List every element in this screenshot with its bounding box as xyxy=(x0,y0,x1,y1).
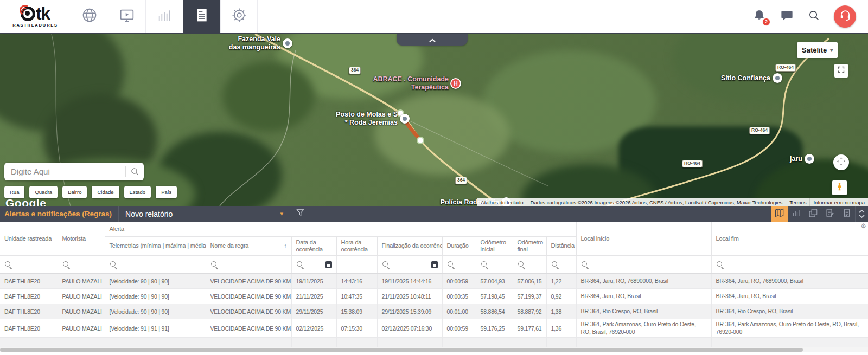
map-filter-button-país[interactable]: País xyxy=(156,186,177,198)
search-filter-icon[interactable] xyxy=(4,261,12,268)
column-header[interactable]: Nome da regra↑ xyxy=(206,237,291,256)
cell: VELOCIDADE ACIMA DE 90 KM/H xyxy=(206,319,291,338)
cell: BR-364, Rio Crespo, RO, Brasil xyxy=(711,304,868,319)
export-report-button[interactable] xyxy=(821,206,838,222)
place-marker-fazenda-vale-das-mangueiras[interactable] xyxy=(283,38,292,48)
brand-logo[interactable]: tk RASTREADORES xyxy=(0,0,71,33)
filter-button[interactable] xyxy=(290,206,310,222)
search-filter-icon[interactable] xyxy=(716,261,724,268)
map-search-submit[interactable] xyxy=(126,167,144,176)
column-header[interactable]: Hora da ocorrência xyxy=(336,237,377,256)
search-filter-icon[interactable] xyxy=(62,261,70,268)
search-filter-icon[interactable] xyxy=(210,261,218,268)
scroll-up-button[interactable] xyxy=(859,210,865,213)
nav-charts-button[interactable] xyxy=(145,0,183,33)
search-filter-icon[interactable] xyxy=(382,261,390,268)
filter-cell[interactable] xyxy=(576,256,711,274)
monitor-play-icon xyxy=(118,7,136,26)
calendar-icon[interactable] xyxy=(431,261,438,268)
map-search-input[interactable] xyxy=(4,167,125,176)
table-settings-icon[interactable]: ⚙ xyxy=(860,223,866,229)
filter-cell[interactable] xyxy=(476,256,513,274)
column-header[interactable]: Odômetro inicial xyxy=(476,237,513,256)
map-view-button[interactable] xyxy=(771,206,788,222)
filter-cell[interactable] xyxy=(377,256,442,274)
column-header[interactable]: Local fim xyxy=(711,222,868,256)
map-filter-button-quadra[interactable]: Quadra xyxy=(29,186,58,198)
nav-settings-button[interactable] xyxy=(220,0,258,33)
notification-count-badge: 2 xyxy=(762,18,770,26)
table-row[interactable]: DAF THL8E20PAULO MAZALI[Velocidade: 90 |… xyxy=(0,304,868,319)
filter-cell[interactable] xyxy=(105,256,206,274)
filter-cell[interactable] xyxy=(206,256,291,274)
nav-monitoring-button[interactable] xyxy=(108,0,145,33)
search-filter-icon[interactable] xyxy=(296,261,304,268)
filter-cell[interactable] xyxy=(58,256,105,274)
sort-asc-icon[interactable]: ↑ xyxy=(284,242,286,249)
street-view-pegman-button[interactable] xyxy=(832,180,847,195)
column-header[interactable]: Unidade rastreada xyxy=(0,222,58,256)
panel-collapse-tab[interactable] xyxy=(397,34,468,46)
cell: 14:43:16 xyxy=(336,274,377,289)
cell: 29/11/2025 xyxy=(291,304,336,319)
duplicate-view-button[interactable] xyxy=(805,206,821,222)
search-filter-icon[interactable] xyxy=(581,261,589,268)
document-export-icon xyxy=(825,208,835,220)
map-filter-button-bairro[interactable]: Bairro xyxy=(62,186,87,198)
scroll-down-button[interactable] xyxy=(859,215,865,218)
hospital-marker-abrace-comunidade-terapeutica[interactable]: H xyxy=(450,78,461,89)
cell: VELOCIDADE ACIMA DE 90 KM/H xyxy=(206,274,291,289)
map-filter-button-cidade[interactable]: Cidade xyxy=(92,186,119,198)
messages-button[interactable] xyxy=(780,8,794,25)
map-filter-button-rua[interactable]: Rua xyxy=(4,186,24,198)
scrollbar-thumb[interactable] xyxy=(0,348,803,352)
column-header[interactable]: Motorista xyxy=(58,222,105,256)
search-filter-icon[interactable] xyxy=(518,261,525,268)
table-row[interactable]: DAF THL8E20PAULO MAZALI[Velocidade: 90 |… xyxy=(0,274,868,289)
filter-cell[interactable] xyxy=(291,256,336,274)
report-map-error-link[interactable]: Informar erro no mapa xyxy=(809,198,868,206)
filter-cell[interactable] xyxy=(336,256,377,274)
search-filter-icon[interactable] xyxy=(481,261,488,268)
keyboard-shortcuts-link[interactable]: Atalhos do teclado xyxy=(477,198,526,206)
column-header[interactable]: Duração xyxy=(442,237,476,256)
calendar-icon[interactable] xyxy=(326,261,332,268)
place-marker-posto-de-molas-roda-jeremias[interactable] xyxy=(400,114,410,124)
column-header[interactable]: Distância xyxy=(546,237,576,256)
nav-map-button[interactable] xyxy=(71,0,108,33)
table-row[interactable]: DAF THL8E20PAULO MAZALI[Velocidade: 91 |… xyxy=(0,319,868,338)
horizontal-scrollbar[interactable] xyxy=(0,347,868,352)
terms-link[interactable]: Termos xyxy=(786,198,809,206)
cell: PAULO MAZALI xyxy=(58,319,105,338)
search-filter-icon[interactable] xyxy=(447,261,455,268)
filter-cell[interactable] xyxy=(546,256,576,274)
filter-cell[interactable] xyxy=(711,256,868,274)
column-header[interactable]: Finalização da ocorrência xyxy=(377,237,442,256)
column-header[interactable]: Data da ocorrência xyxy=(291,237,336,256)
filter-cell[interactable] xyxy=(513,256,546,274)
notifications-button[interactable]: 2 xyxy=(752,9,766,24)
search-filter-icon[interactable] xyxy=(110,261,117,268)
table-row[interactable]: DAF THL8E20PAULO MAZALI[Velocidade: 90 |… xyxy=(0,289,868,304)
pan-control-button[interactable] xyxy=(833,154,849,170)
search-button[interactable] xyxy=(808,9,820,24)
support-button[interactable] xyxy=(834,5,856,28)
search-filter-icon[interactable] xyxy=(551,261,559,268)
column-header[interactable]: Local início xyxy=(576,222,711,256)
filter-cell[interactable] xyxy=(442,256,476,274)
place-marker-sitio-confianca[interactable] xyxy=(773,73,782,83)
view-switcher xyxy=(771,206,868,222)
column-header[interactable]: Telemetrias (mínima | máxima | média) xyxy=(105,237,206,256)
map-filter-button-estado[interactable]: Estado xyxy=(124,186,151,198)
report-selector[interactable]: Novo relatório ▾ xyxy=(119,206,290,222)
fullscreen-button[interactable] xyxy=(834,64,848,78)
column-header[interactable]: Odômetro final xyxy=(513,237,546,256)
filter-cell[interactable] xyxy=(0,256,58,274)
copy-icon xyxy=(808,208,818,220)
map-type-button[interactable]: Satélite ▾ xyxy=(797,42,838,58)
list-view-button[interactable] xyxy=(838,206,855,222)
chart-view-button[interactable] xyxy=(788,206,805,222)
nav-reports-button[interactable] xyxy=(183,0,220,33)
place-marker-jaru[interactable] xyxy=(805,154,814,164)
map-canvas[interactable]: Fazenda Valedas mangueirasABRACE . Comun… xyxy=(0,34,868,206)
